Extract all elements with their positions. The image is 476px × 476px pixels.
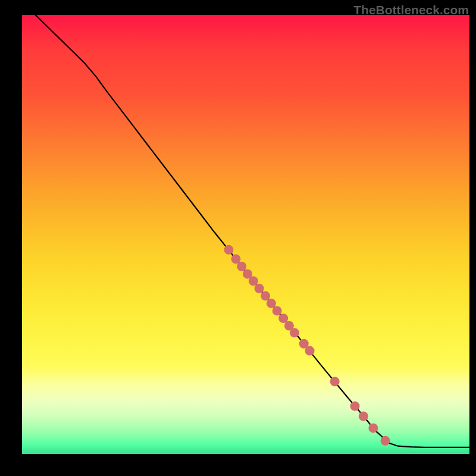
data-point [330, 377, 340, 386]
data-point [359, 412, 368, 421]
data-point [290, 328, 299, 337]
chart-svg [22, 15, 469, 454]
data-point [231, 254, 240, 264]
data-point [224, 245, 233, 255]
data-point [368, 423, 378, 433]
data-point [273, 306, 282, 315]
scatter-points [224, 245, 390, 446]
chart-frame: TheBottleneck.com [0, 0, 476, 476]
curve-line [31, 15, 469, 447]
data-point [381, 436, 390, 446]
data-point [350, 402, 359, 411]
data-point [249, 276, 258, 286]
data-point [237, 262, 246, 271]
data-point [255, 284, 264, 293]
data-point [261, 291, 270, 300]
data-point [267, 299, 276, 308]
data-point [278, 314, 288, 323]
data-point [305, 346, 315, 356]
plot-area [22, 15, 469, 454]
watermark-text: TheBottleneck.com [353, 3, 469, 17]
